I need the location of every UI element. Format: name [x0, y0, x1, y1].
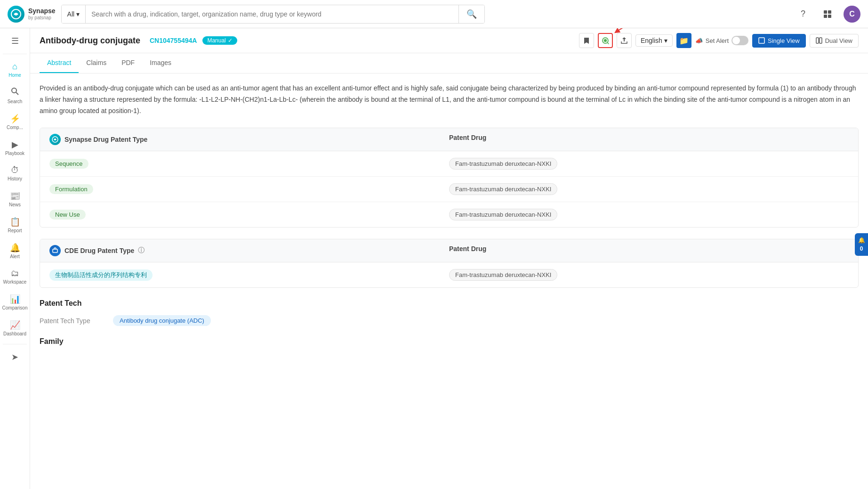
search-input[interactable]	[86, 5, 458, 23]
svg-rect-2	[828, 10, 831, 14]
formulation-tag[interactable]: Formulation	[49, 184, 93, 194]
comparison-icon: 📊	[10, 294, 20, 304]
content-area: Antibody-drug conjugate CN104755494A Man…	[30, 28, 868, 489]
tab-abstract[interactable]: Abstract	[40, 53, 79, 73]
cde-patent-section: CDE Drug Patent Type ⓘ Patent Drug 生物制品活…	[40, 239, 859, 288]
sidebar-item-comparison[interactable]: 📊 Comparison	[0, 290, 30, 314]
top-bar: Synapse by patsnap All ▾ 🔍 ?	[0, 0, 868, 28]
adc-tag[interactable]: Antibody drug conjugate (ADC)	[113, 315, 211, 326]
chevron-down-icon: ▾	[76, 10, 80, 18]
sidebar-item-alert[interactable]: 🔔 Alert	[0, 239, 30, 263]
sidebar-item-news[interactable]: 📰 News	[0, 187, 30, 211]
page-title: Antibody-drug conjugate	[40, 36, 140, 46]
logo-text: Synapse by patsnap	[28, 8, 56, 20]
patent-tech-section: Patent Tech Patent Tech Type Antibody dr…	[40, 299, 859, 326]
folder-button[interactable]: 📁	[676, 33, 691, 48]
chevron-down-icon: ▾	[664, 37, 667, 44]
search-button[interactable]: 🔍	[458, 5, 484, 23]
cde-row-1: 生物制品活性成分的序列结构专利 Fam-trastuzumab deruxtec…	[40, 262, 858, 287]
alert-icon: 🔔	[10, 243, 20, 253]
sidebar-item-label: History	[8, 176, 22, 181]
manual-badge-label: Manual	[207, 37, 225, 44]
new-use-tag[interactable]: New Use	[49, 210, 86, 220]
patent-tech-title: Patent Tech	[40, 299, 859, 308]
info-icon: ⓘ	[138, 246, 145, 255]
sidebar-item-label: Comp...	[7, 125, 23, 130]
sidebar-item-playbook[interactable]: ▶ Playbook	[0, 136, 30, 160]
side-widget[interactable]: 🔔 0	[855, 233, 868, 256]
sidebar-item-dashboard[interactable]: 📈 Dashboard	[0, 316, 30, 340]
sequence-tag[interactable]: Sequence	[49, 159, 88, 169]
report-icon: 📋	[10, 217, 20, 227]
synapse-icon	[49, 134, 61, 145]
family-title: Family	[40, 337, 859, 346]
svg-point-5	[12, 88, 16, 93]
highlighted-search-button[interactable]	[598, 33, 613, 48]
language-selector[interactable]: English ▾	[635, 34, 673, 47]
sidebar-item-history[interactable]: ⏱ History	[0, 162, 30, 185]
abstract-text: Provided is an antibody-drug conjugate w…	[40, 83, 859, 116]
main-content: Provided is an antibody-drug conjugate w…	[30, 73, 868, 489]
synapse-header-drug: Patent Drug	[449, 134, 849, 145]
search-container: All ▾ 🔍	[61, 5, 485, 24]
sidebar-item-label: Dashboard	[3, 331, 26, 336]
sub-header-right: English ▾ 📁 📣 Set Alert	[579, 33, 859, 48]
single-view-label: Single View	[768, 37, 800, 44]
home-icon: ⌂	[12, 62, 17, 72]
avatar[interactable]: C	[844, 6, 860, 23]
patent-id[interactable]: CN104755494A	[150, 37, 197, 44]
sidebar-item-workspace[interactable]: 🗂 Workspace	[0, 265, 30, 288]
logo-icon	[8, 6, 24, 23]
sidebar-item-label: News	[9, 202, 21, 207]
dual-view-label: Dual View	[825, 37, 852, 44]
menu-icon: ☰	[11, 36, 19, 46]
single-view-button[interactable]: Single View	[752, 34, 806, 48]
cde-drug-chip: Fam-trastuzumab deruxtecan-NXKI	[449, 269, 557, 281]
sidebar-item-search[interactable]: Search	[0, 83, 30, 108]
search-icon: 🔍	[466, 9, 477, 19]
tabs-bar: Abstract Claims PDF Images	[30, 53, 868, 73]
dual-view-button[interactable]: Dual View	[810, 34, 859, 48]
help-button[interactable]: ?	[795, 6, 812, 23]
alert-toggle[interactable]	[731, 36, 748, 45]
svg-rect-13	[820, 38, 822, 43]
sidebar-item-report[interactable]: 📋 Report	[0, 213, 30, 237]
tab-images[interactable]: Images	[142, 53, 179, 73]
cde-type-tag[interactable]: 生物制品活性成分的序列结构专利	[49, 269, 153, 281]
bookmark-button[interactable]	[579, 33, 594, 48]
grid-button[interactable]	[819, 6, 836, 23]
dashboard-icon: 📈	[10, 320, 20, 330]
news-icon: 📰	[10, 191, 20, 201]
more-icon: ➤	[11, 352, 18, 362]
history-icon: ⏱	[11, 165, 19, 175]
search-nav-icon	[11, 87, 19, 98]
drug-chip-1: Fam-trastuzumab deruxtecan-NXKI	[449, 158, 557, 170]
widget-count: 0	[860, 245, 863, 252]
sidebar-item-menu[interactable]: ☰	[0, 32, 30, 50]
sub-header-left: Antibody-drug conjugate CN104755494A Man…	[40, 36, 237, 46]
sidebar-item-comp[interactable]: ⚡ Comp...	[0, 110, 30, 134]
check-icon: ✓	[228, 37, 233, 44]
cde-header-left: CDE Drug Patent Type ⓘ	[49, 245, 449, 256]
synapse-header-left: Synapse Drug Patent Type	[49, 134, 449, 145]
search-filter-dropdown[interactable]: All ▾	[62, 5, 86, 23]
patent-tech-label: Patent Tech Type	[40, 317, 105, 325]
main-area: ☰ ⌂ Home Search ⚡ Comp... ▶	[0, 28, 868, 489]
share-button[interactable]	[617, 33, 632, 48]
sidebar-item-label: Alert	[10, 254, 20, 259]
drug-chip-3: Fam-trastuzumab deruxtecan-NXKI	[449, 209, 557, 220]
synapse-row-3: New Use Fam-trastuzumab deruxtecan-NXKI	[40, 202, 858, 227]
synapse-row-2: Formulation Fam-trastuzumab deruxtecan-N…	[40, 177, 858, 202]
svg-point-8	[604, 39, 607, 42]
manual-badge: Manual ✓	[202, 36, 237, 45]
patent-tech-row: Patent Tech Type Antibody drug conjugate…	[40, 315, 859, 326]
tab-pdf[interactable]: PDF	[114, 53, 142, 73]
sidebar-item-more[interactable]: ➤	[0, 348, 30, 366]
svg-rect-11	[759, 38, 764, 43]
folder-icon: 📁	[679, 36, 689, 45]
sidebar-item-home[interactable]: ⌂ Home	[0, 58, 30, 82]
svg-rect-4	[828, 15, 831, 18]
sidebar-divider-1	[3, 54, 26, 54]
logo[interactable]: Synapse by patsnap	[8, 6, 56, 23]
tab-claims[interactable]: Claims	[79, 53, 114, 73]
